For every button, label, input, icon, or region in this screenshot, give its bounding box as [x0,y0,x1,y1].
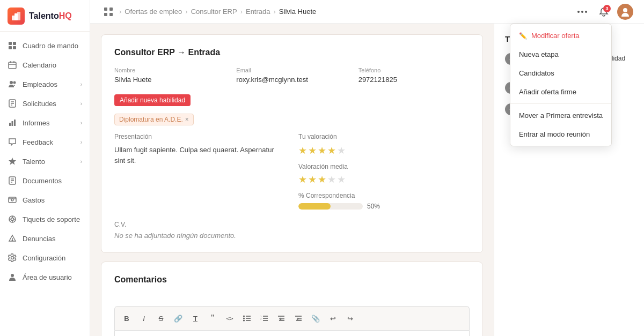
user-area-icon [8,272,17,282]
settings-icon [8,253,17,263]
svg-point-35 [12,240,12,241]
link-button[interactable]: 🔗 [171,311,186,326]
sidebar-item-informes[interactable]: Informes › [0,113,90,132]
svg-point-37 [11,274,14,277]
bold-button[interactable]: B [119,311,134,326]
phone-value: 2972121825 [358,76,470,84]
candidate-header-card: Consultor ERP → Entrada Nombre Silvia Hu… [101,34,483,253]
breadcrumb-consultor[interactable]: Consultor ERP [191,8,237,16]
svg-point-42 [577,11,580,13]
presentation-section: Presentación Ullam fugit sapiente. Culpa… [114,133,286,210]
svg-rect-2 [17,12,20,20]
employees-icon [8,79,17,89]
skill-label: Diplomatura en A.D.E. [119,116,183,123]
italic-button[interactable]: I [136,311,151,326]
main-panel: Consultor ERP → Entrada Nombre Silvia Hu… [90,24,494,336]
star-3[interactable]: ★ [318,145,326,156]
breadcrumb-silvia[interactable]: Silvia Huete [279,8,316,16]
chevron-right-icon: › [80,120,82,126]
editor-toolbar: B I S 🔗 T " <> 1.2. [114,306,470,330]
blockquote-button[interactable]: " [205,311,220,326]
sidebar-label-dashboard: Cuadro de mando [23,42,78,50]
breadcrumb-ofertas[interactable]: Ofertas de empleo [125,8,182,16]
correspondence-row: 50% [298,203,470,210]
sidebar: TalentoHQ Cuadro de mando Calendario Emp… [0,0,90,336]
indent-button[interactable] [291,311,306,326]
star-5[interactable]: ★ [337,145,346,156]
my-rating-label: Tu valoración [298,133,470,140]
add-skill-button[interactable]: Añadir nueva habilidad [114,94,191,106]
reports2-icon [8,234,17,243]
name-label: Nombre [114,67,225,73]
svg-rect-41 [109,13,113,16]
ordered-list-button[interactable]: 1.2. [257,311,272,326]
new-stage-label: Nueva etapa [519,50,559,58]
progress-bar [298,203,363,210]
attachment-button[interactable]: 📎 [308,311,323,326]
heading-button[interactable]: T [188,311,203,326]
undo-button[interactable]: ↩ [325,311,340,326]
phone-label: Teléfono [358,67,470,73]
outdent-button[interactable] [274,311,289,326]
sidebar-item-documentos[interactable]: Documentos [0,171,90,190]
svg-rect-6 [13,46,16,49]
meeting-mode-item[interactable]: Entrar al modo reunión [510,125,611,144]
sidebar-item-tiquets[interactable]: Tiquets de soporte [0,210,90,229]
topbar-actions: 3 [574,4,633,20]
move-first-interview-item[interactable]: Mover a Primera entrevista [510,106,611,125]
chevron-right-icon: › [80,159,82,165]
skill-tag: Diplomatura en A.D.E. × [114,114,194,125]
candidates-item[interactable]: Candidatos [510,64,611,83]
avg-star-1: ★ [298,174,307,185]
sidebar-label-informes: Informes [23,119,50,127]
skill-remove-button[interactable]: × [185,116,189,123]
breadcrumb-entrada[interactable]: Entrada [246,8,270,16]
bullet-list-button[interactable] [239,311,254,326]
sidebar-item-denuncias[interactable]: Denuncias [0,229,90,248]
more-options-button[interactable] [574,4,590,20]
user-avatar[interactable] [617,4,633,20]
feedback-icon [8,137,17,147]
svg-point-46 [243,316,245,317]
star-1[interactable]: ★ [298,145,307,156]
strikethrough-button[interactable]: S [153,311,169,326]
sidebar-item-configuracion[interactable]: Configuración [0,248,90,267]
sidebar-item-dashboard[interactable]: Cuadro de mando [0,36,90,55]
redo-button[interactable]: ↪ [342,311,357,326]
presentation-label: Presentación [114,133,286,140]
modify-offer-item[interactable]: ✏️ Modificar oferta [510,26,611,45]
email-field: Email roxy.kris@mcglynn.test [236,67,347,84]
new-stage-item[interactable]: Nueva etapa [510,45,611,64]
sidebar-label-tiquets: Tiquets de soporte [23,215,80,223]
sidebar-item-area-usuario[interactable]: Área de usuario [0,267,90,287]
sidebar-label-talento: Talento [23,158,45,166]
sidebar-item-calendario[interactable]: Calendario [0,55,90,74]
sidebar-item-solicitudes[interactable]: Solicitudes › [0,94,90,113]
svg-rect-25 [9,197,16,203]
notifications-button[interactable]: 3 [596,4,612,20]
logo[interactable]: TalentoHQ [0,0,90,32]
star-2[interactable]: ★ [308,145,317,156]
sidebar-item-gastos[interactable]: Gastos [0,190,90,210]
page-title: Consultor ERP → Entrada [114,48,470,57]
avg-rating-label: Valoración media [298,163,470,170]
avg-rating-stars: ★ ★ ★ ★ ★ [298,174,470,185]
code-button[interactable]: <> [222,311,237,326]
sidebar-navigation: Cuadro de mando Calendario Empleados › S… [0,32,90,336]
cv-label: C.V. [114,221,470,228]
sidebar-item-feedback[interactable]: Feedback › [0,132,90,152]
add-firm-offer-item[interactable]: Añadir oferta firme [510,83,611,101]
logo-icon [8,8,25,25]
candidates-label: Candidatos [519,69,554,77]
avg-star-5: ★ [337,174,346,185]
svg-text:2.: 2. [260,317,262,320]
sidebar-item-talento[interactable]: Talento › [0,152,90,171]
sidebar-item-empleados[interactable]: Empleados › [0,74,90,94]
sidebar-label-denuncias: Denuncias [23,235,55,243]
apps-grid-button[interactable] [101,4,116,19]
comment-input[interactable] [114,330,470,336]
calendar-icon [8,60,17,70]
star-4[interactable]: ★ [327,145,336,156]
svg-rect-5 [9,46,12,49]
dropdown-menu: ✏️ Modificar oferta Nueva etapa Candidat… [510,24,612,146]
